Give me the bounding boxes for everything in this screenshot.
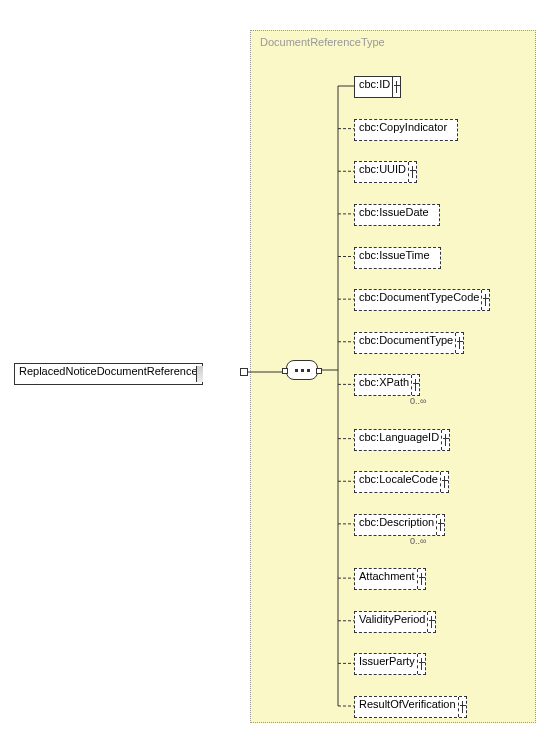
child-element-label: ValidityPeriod xyxy=(359,613,425,625)
expand-icon xyxy=(411,375,420,395)
expand-icon xyxy=(408,162,417,182)
child-element-box: cbc:IssueDate xyxy=(354,204,440,226)
child-element-box: cbc:XPath xyxy=(354,374,420,396)
child-element-box: Attachment xyxy=(354,568,426,590)
expand-icon xyxy=(392,77,401,97)
child-element-box: ResultOfVerification xyxy=(354,696,467,718)
child-element-box: cbc:LocaleCode xyxy=(354,471,449,493)
type-name-label: DocumentReferenceType xyxy=(260,36,385,48)
cardinality-label: 0..∞ xyxy=(410,396,426,406)
root-element-label: ReplacedNoticeDocumentReference xyxy=(19,365,198,377)
child-element-label: Attachment xyxy=(359,570,415,582)
child-element-label: cbc:UUID xyxy=(359,163,406,175)
child-element-box: cbc:UUID xyxy=(354,161,417,183)
expand-icon xyxy=(458,697,467,717)
expand-icon xyxy=(441,430,450,450)
sequence-compositor xyxy=(286,360,318,380)
child-element-box: cbc:ID xyxy=(354,76,401,98)
child-element-label: ResultOfVerification xyxy=(359,698,456,710)
child-element-label: IssuerParty xyxy=(359,655,415,667)
child-element-label: cbc:DocumentTypeCode xyxy=(359,291,479,303)
child-element-box: cbc:Description xyxy=(354,514,445,536)
child-element-box: ValidityPeriod xyxy=(354,611,436,633)
child-element-label: cbc:IssueDate xyxy=(359,206,429,218)
child-element-box: cbc:IssueTime xyxy=(354,247,441,269)
child-element-label: cbc:XPath xyxy=(359,376,409,388)
expand-icon xyxy=(481,290,490,310)
child-element-label: cbc:LanguageID xyxy=(359,431,439,443)
child-element-label: cbc:CopyIndicator xyxy=(359,121,447,133)
child-element-label: cbc:ID xyxy=(359,78,390,90)
child-element-box: IssuerParty xyxy=(354,653,426,675)
child-element-box: cbc:CopyIndicator xyxy=(354,119,458,141)
root-connector-marker xyxy=(240,368,248,376)
expand-icon xyxy=(417,654,426,674)
expand-icon xyxy=(440,472,449,492)
child-element-box: cbc:LanguageID xyxy=(354,429,450,451)
expand-icon xyxy=(427,612,436,632)
child-element-box: cbc:DocumentType xyxy=(354,332,464,354)
expand-icon xyxy=(417,569,426,589)
child-element-label: cbc:IssueTime xyxy=(359,249,430,261)
expand-icon xyxy=(455,333,464,353)
child-element-label: cbc:DocumentType xyxy=(359,334,453,346)
child-element-label: cbc:Description xyxy=(359,516,434,528)
child-element-label: cbc:LocaleCode xyxy=(359,473,438,485)
diagram-canvas: DocumentReferenceType ReplacedNoticeDocu… xyxy=(0,0,544,738)
expand-icon xyxy=(436,515,445,535)
child-element-box: cbc:DocumentTypeCode xyxy=(354,289,490,311)
cardinality-label: 0..∞ xyxy=(410,536,426,546)
root-element-box: ReplacedNoticeDocumentReference xyxy=(14,363,203,385)
